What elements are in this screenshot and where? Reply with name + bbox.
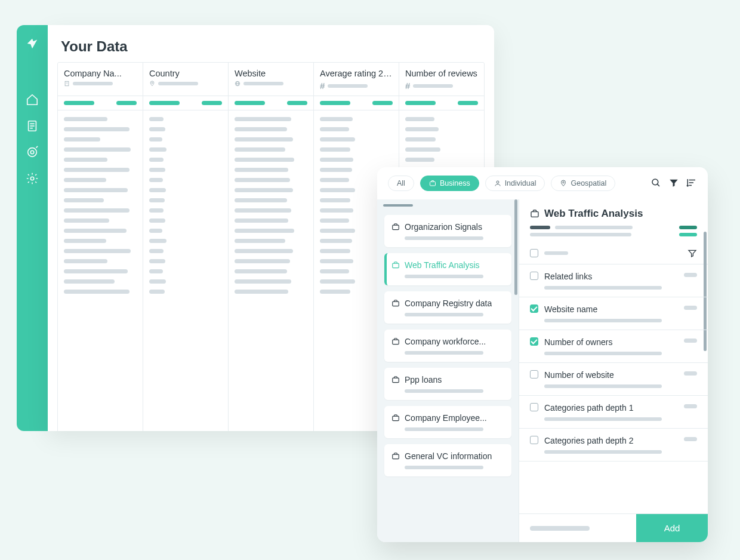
column-header[interactable]: Average rating 2019# (314, 63, 399, 96)
home-icon[interactable] (26, 93, 39, 106)
category-list: Organizarion SignalsWeb Traffic Analysis… (377, 199, 519, 542)
table-cell (229, 276, 313, 287)
svg-rect-31 (393, 416, 399, 421)
attribute-row[interactable]: Categories path depth 1 (519, 396, 708, 429)
attribute-checkbox[interactable] (530, 436, 538, 444)
table-cell (143, 266, 228, 276)
table-cell (58, 287, 143, 297)
page-title: Your Data (48, 25, 494, 56)
table-cell (58, 134, 143, 144)
table-cell (143, 175, 228, 185)
table-cell (143, 287, 228, 297)
svg-rect-28 (393, 301, 399, 306)
table-cell (58, 226, 143, 236)
table-cell (58, 266, 143, 276)
table-cell (58, 216, 143, 226)
filter-icon[interactable] (668, 177, 679, 190)
svg-rect-33 (531, 212, 538, 217)
attribute-row[interactable]: Related links (519, 264, 708, 297)
column-header[interactable]: Number of reviews# (399, 63, 484, 96)
table-cell (143, 165, 228, 175)
column-header[interactable]: Country (143, 63, 229, 96)
table-cell (143, 236, 228, 246)
table-cell (229, 124, 313, 134)
table-cell (229, 246, 313, 256)
svg-rect-32 (393, 454, 399, 459)
svg-rect-26 (393, 225, 399, 230)
column-filter[interactable] (399, 96, 484, 110)
table-cell (229, 205, 313, 216)
search-icon[interactable] (650, 177, 661, 190)
target-icon[interactable] (26, 146, 39, 159)
table-cell (229, 266, 313, 276)
table-cell (229, 236, 313, 246)
table-cell (143, 134, 228, 144)
svg-rect-8 (65, 81, 69, 86)
table-header-row: Company Na...CountryWebsiteAverage ratin… (58, 63, 484, 96)
column-filter[interactable] (143, 96, 229, 110)
category-card[interactable]: Company Employee... (384, 406, 511, 438)
select-all-checkbox[interactable] (530, 249, 538, 257)
table-cell (58, 276, 143, 287)
attribute-row[interactable]: Number of website (519, 363, 708, 396)
attribute-checkbox[interactable] (530, 403, 538, 411)
column-header[interactable]: Website (229, 63, 314, 96)
document-icon[interactable] (26, 119, 39, 133)
svg-point-13 (152, 82, 153, 84)
attr-select-all-row (519, 242, 708, 264)
table-cell (143, 195, 228, 205)
svg-rect-30 (393, 378, 399, 383)
table-cell (58, 175, 143, 185)
app-sidebar (17, 25, 48, 431)
table-cell (58, 246, 143, 256)
attribute-checkbox[interactable] (530, 337, 538, 346)
column-filter[interactable] (314, 96, 399, 110)
table-cell (229, 287, 313, 297)
picker-top-bar: All Business Individual Geospatial (377, 167, 708, 199)
horizontal-scrollbar-thumb[interactable] (383, 204, 413, 207)
table-cell (58, 256, 143, 266)
filter-pill-geospatial[interactable]: Geospatial (551, 176, 615, 191)
filter-icon[interactable] (687, 248, 697, 258)
svg-rect-17 (430, 182, 435, 186)
filter-pill-individual[interactable]: Individual (485, 176, 545, 191)
category-card[interactable]: Ppp loans (384, 368, 511, 400)
column-header[interactable]: Company Na... (58, 63, 143, 96)
attribute-checkbox[interactable] (530, 370, 538, 379)
table-cell (229, 134, 313, 144)
table-cell (229, 155, 313, 165)
attribute-row[interactable]: Number of owners (519, 330, 708, 363)
table-cell (143, 276, 228, 287)
table-cell (229, 256, 313, 266)
filter-pill-business[interactable]: Business (420, 176, 479, 191)
sort-icon[interactable] (686, 177, 697, 190)
table-cell (314, 134, 399, 144)
filter-pill-all[interactable]: All (388, 176, 414, 191)
svg-line-6 (36, 146, 38, 148)
svg-point-18 (497, 181, 499, 183)
table-cell (58, 124, 143, 134)
table-cell (143, 144, 228, 155)
category-card[interactable]: Web Traffic Analysis (384, 253, 511, 285)
column-filter[interactable] (58, 96, 143, 110)
add-button[interactable]: Add (636, 514, 708, 542)
category-card[interactable]: General VC information (384, 444, 511, 476)
svg-point-20 (652, 179, 658, 185)
attribute-row[interactable]: Website name (519, 297, 708, 330)
attribute-checkbox[interactable] (530, 304, 538, 313)
svg-rect-29 (393, 340, 399, 344)
column-filter[interactable] (229, 96, 314, 110)
table-cell (58, 236, 143, 246)
svg-rect-27 (393, 263, 399, 268)
category-card[interactable]: Organizarion Signals (384, 215, 511, 247)
category-card[interactable]: Company workforce... (384, 330, 511, 362)
category-scrollbar-thumb[interactable] (514, 199, 517, 295)
attribute-checkbox[interactable] (530, 272, 538, 280)
table-cell (229, 195, 313, 205)
attribute-row[interactable]: Categories path depth 2 (519, 429, 708, 461)
svg-point-5 (30, 150, 34, 154)
table-cell (143, 226, 228, 236)
table-cell (58, 205, 143, 216)
gear-icon[interactable] (26, 172, 39, 185)
category-card[interactable]: Company Registry data (384, 291, 511, 324)
